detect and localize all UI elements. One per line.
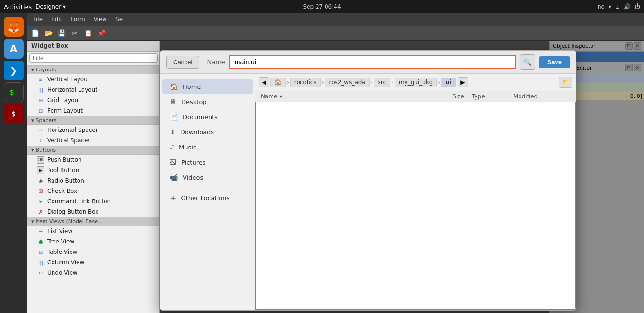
dialog-overlay: Cancel Name 🔍 Save <box>160 41 644 313</box>
left-dock: 🦊 A ❯ $_ $ <box>0 13 27 313</box>
dock-vscode[interactable]: ❯ <box>4 61 24 80</box>
push-button-label: Push Button <box>47 156 82 163</box>
widget-tree-view[interactable]: 🌲 Tree View <box>27 236 159 247</box>
widget-tool-button[interactable]: ▶ Tool Button <box>27 165 159 175</box>
power-icon: ⏻ <box>635 3 640 10</box>
dialog-header: Cancel Name 🔍 Save <box>160 51 576 74</box>
my-gui-pkg-label: my_gui_pkg <box>399 79 433 86</box>
sidebar-videos[interactable]: 📹 Videos <box>162 170 253 184</box>
widget-command-link-button[interactable]: ➤ Command Link Button <box>27 196 159 207</box>
widget-undo-view[interactable]: ↩ Undo View <box>27 268 159 278</box>
widget-vertical-layout[interactable]: ≡ Vertical Layout <box>27 74 159 85</box>
terminal2-icon: $ <box>11 110 16 118</box>
search-button[interactable]: 🔍 <box>520 54 535 70</box>
toolbar-paste[interactable]: 📌 <box>96 27 107 39</box>
form-layout-label: Form Layout <box>47 107 83 114</box>
sidebar-music[interactable]: ♪ Music <box>162 140 253 154</box>
save-button[interactable]: Save <box>539 56 570 68</box>
breadcrumb-src[interactable]: src <box>374 78 391 87</box>
music-icon: ♪ <box>170 143 174 151</box>
check-box-icon: ☑ <box>37 187 44 195</box>
dock-terminal2[interactable]: $ <box>4 104 24 124</box>
widget-box-title: Widget Box <box>27 41 159 52</box>
widget-check-box[interactable]: ☑ Check Box <box>27 186 159 196</box>
sidebar-downloads[interactable]: ⬇ Downloads <box>162 125 253 139</box>
file-dialog: Cancel Name 🔍 Save <box>160 50 576 311</box>
column-view-icon: ||| <box>37 259 44 266</box>
breadcrumb-forward[interactable]: ▶ <box>458 77 468 87</box>
section-spacers[interactable]: ▾ Spacers <box>27 116 159 125</box>
breadcrumb-sep-1: › <box>287 79 289 86</box>
main-area: 🦊 A ❯ $_ $ File Edit Form View Se 📄 📂 💾 <box>0 13 644 313</box>
breadcrumb-home[interactable]: 🏠 <box>270 78 286 87</box>
sidebar-other-locations[interactable]: + Other Locations <box>162 190 253 206</box>
widget-push-button[interactable]: OK Push Button <box>27 155 159 165</box>
widget-dialog-button-box[interactable]: ✗ Dialog Button Box <box>27 207 159 217</box>
dock-terminal[interactable]: $_ <box>4 82 24 102</box>
radio-button-icon: ◉ <box>37 177 44 184</box>
col-header-name[interactable]: Name ▾ <box>261 93 436 100</box>
menu-edit[interactable]: Edit <box>47 15 66 24</box>
widget-form-layout[interactable]: ⊟ Form Layout <box>27 105 159 116</box>
activities-label[interactable]: Activities <box>4 3 32 10</box>
widget-horizontal-layout[interactable]: ||| Horizontal Layout <box>27 85 159 95</box>
col-modified-label: Modified <box>513 93 538 100</box>
breadcrumb-my-gui-pkg[interactable]: my_gui_pkg <box>395 78 437 87</box>
ide-content: Widget Box ▾ Layouts ≡ Vertical Layout <box>27 41 644 313</box>
toolbar-cut[interactable]: ✂ <box>69 27 80 39</box>
dialog-sidebar: 🏠 Home 🖥 Desktop 📄 Documents <box>160 74 255 310</box>
toolbar-open[interactable]: 📂 <box>43 27 54 39</box>
cancel-button[interactable]: Cancel <box>166 56 199 69</box>
widget-grid-layout[interactable]: ⊞ Grid Layout <box>27 95 159 105</box>
menu-se[interactable]: Se <box>112 15 126 24</box>
section-layouts[interactable]: ▾ Layouts <box>27 65 159 74</box>
right-area: Object Inspector ⊡ ✕ Property Editor ⊡ ✕ <box>160 41 644 313</box>
undo-view-label: Undo View <box>47 270 78 276</box>
menu-form[interactable]: Form <box>67 15 88 24</box>
dock-appstore[interactable]: A <box>4 39 24 59</box>
toolbar-new[interactable]: 📄 <box>29 27 41 39</box>
sidebar-other-locations-label: Other Locations <box>181 194 229 201</box>
breadcrumb-rocotics[interactable]: rocotics <box>290 78 321 87</box>
widget-horizontal-spacer[interactable]: ↔ Horizontal Spacer <box>27 125 159 135</box>
menu-view[interactable]: View <box>90 15 111 24</box>
undo-view-icon: ↩ <box>37 269 44 277</box>
col-header-type[interactable]: Type <box>472 93 510 100</box>
sidebar-desktop[interactable]: 🖥 Desktop <box>162 95 253 109</box>
section-buttons[interactable]: ▾ Buttons <box>27 146 159 155</box>
sidebar-pictures[interactable]: 🖼 Pictures <box>162 155 253 169</box>
designer-btn[interactable]: Designer ▾ <box>35 3 66 10</box>
locale-label: no <box>598 3 605 10</box>
filename-input[interactable] <box>229 55 516 69</box>
widget-table-view[interactable]: ⊞ Table View <box>27 247 159 257</box>
dock-firefox[interactable]: 🦊 <box>4 17 24 37</box>
menu-file[interactable]: File <box>29 15 46 24</box>
breadcrumb-sep-4: › <box>391 79 394 86</box>
widget-filter-input[interactable] <box>29 53 158 63</box>
sidebar-documents-label: Documents <box>183 113 218 121</box>
sidebar-home-label: Home <box>183 83 201 90</box>
section-item-views[interactable]: ▾ Item Views (Model-Base... <box>27 217 159 226</box>
breadcrumb-ui[interactable]: ui <box>441 78 456 87</box>
list-view-icon: ☰ <box>37 227 44 235</box>
col-header-modified[interactable]: Modified <box>513 93 570 100</box>
radio-button-label: Radio Button <box>47 177 84 184</box>
breadcrumb-back[interactable]: ◀ <box>259 77 269 87</box>
widget-radio-button[interactable]: ◉ Radio Button <box>27 175 159 186</box>
toolbar-save[interactable]: 💾 <box>56 27 67 39</box>
sidebar-documents[interactable]: 📄 Documents <box>162 110 253 124</box>
horizontal-layout-icon: ||| <box>37 86 44 94</box>
layouts-arrow: ▾ <box>31 67 34 73</box>
widget-column-view[interactable]: ||| Column View <box>27 257 159 268</box>
widget-vertical-spacer[interactable]: ↕ Vertical Spacer <box>27 135 159 146</box>
new-folder-icon: 📁 <box>562 79 569 86</box>
locale-dropdown-icon: ▾ <box>609 3 611 10</box>
dialog-body: 🏠 Home 🖥 Desktop 📄 Documents <box>160 74 576 310</box>
col-header-size[interactable]: Size <box>436 93 464 100</box>
toolbar-copy[interactable]: 📋 <box>82 27 94 39</box>
new-folder-button[interactable]: 📁 <box>559 77 572 88</box>
sidebar-videos-label: Videos <box>183 174 203 181</box>
breadcrumb-ros2[interactable]: ros2_ws_ada <box>325 78 369 87</box>
widget-list-view[interactable]: ☰ List View <box>27 226 159 236</box>
sidebar-home[interactable]: 🏠 Home <box>162 79 253 94</box>
